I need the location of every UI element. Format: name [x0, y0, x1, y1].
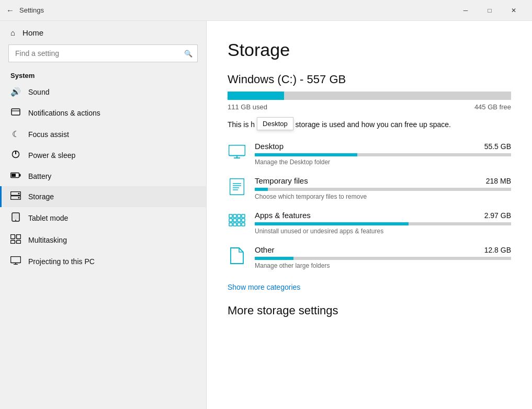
sidebar-item-storage[interactable]: Storage — [0, 186, 206, 207]
sidebar-item-label: Battery — [28, 172, 51, 180]
temp-files-bar-fill — [255, 188, 268, 191]
notifications-icon — [10, 107, 21, 119]
apps-features-bar-fill — [255, 222, 409, 225]
svg-rect-36 — [242, 219, 245, 222]
sidebar-home-label: Home — [22, 28, 43, 37]
desktop-name: Desktop — [255, 142, 284, 151]
sidebar-item-label: Tablet mode — [28, 214, 68, 222]
storage-item-other[interactable]: Other 12.8 GB Manage other large folders — [228, 245, 511, 269]
sidebar-item-sound[interactable]: 🔊 Sound — [0, 82, 206, 102]
projecting-icon — [10, 256, 21, 267]
apps-features-desc: Uninstall unused or undesired apps & fea… — [255, 228, 511, 235]
sidebar-item-focus-assist[interactable]: ☾ Focus assist — [0, 124, 206, 144]
sidebar-item-label: Sound — [28, 88, 49, 96]
sidebar-item-projecting[interactable]: Projecting to this PC — [0, 251, 206, 272]
storage-item-apps-features[interactable]: Apps & features 2.97 GB Uninstall unused… — [228, 211, 511, 235]
content-area: Storage Windows (C:) - 557 GB 111 GB use… — [207, 21, 532, 409]
other-icon — [228, 246, 246, 265]
desktop-bar — [255, 153, 511, 156]
sidebar-item-label: Storage — [28, 192, 54, 201]
svg-rect-15 — [17, 235, 21, 239]
svg-rect-12 — [13, 214, 18, 219]
sidebar-item-home[interactable]: ⌂ Home — [0, 21, 206, 44]
svg-rect-5 — [19, 174, 21, 177]
svg-rect-0 — [12, 109, 20, 115]
storage-bar-used — [228, 92, 284, 100]
svg-rect-39 — [237, 223, 241, 226]
other-size: 12.8 GB — [484, 246, 511, 254]
svg-rect-40 — [242, 223, 245, 226]
sidebar-item-battery[interactable]: Battery — [0, 166, 206, 186]
temp-files-item-content: Temporary files 218 MB Choose which temp… — [255, 176, 511, 200]
storage-description: This is h Desktop storage is used and ho… — [228, 118, 511, 131]
apps-features-size: 2.97 GB — [484, 211, 511, 220]
other-item-content: Other 12.8 GB Manage other large folders — [255, 245, 511, 269]
desktop-item-content: Desktop 55.5 GB Manage the Desktop folde… — [255, 142, 511, 166]
temp-files-bar — [255, 188, 511, 191]
svg-rect-24 — [230, 179, 244, 195]
desktop-bar-fill — [255, 153, 357, 156]
svg-rect-6 — [12, 174, 16, 177]
search-icon: 🔍 — [184, 50, 193, 58]
apps-features-bar — [255, 222, 511, 225]
description-text-end: storage is used and how you can free up … — [296, 120, 451, 129]
svg-rect-34 — [233, 219, 236, 222]
svg-rect-18 — [11, 257, 21, 263]
sound-icon: 🔊 — [10, 87, 21, 97]
other-bar — [255, 257, 511, 260]
close-button[interactable]: ✕ — [502, 0, 526, 21]
svg-rect-32 — [242, 214, 245, 218]
power-icon — [10, 150, 21, 161]
free-label: 445 GB free — [474, 103, 511, 111]
desktop-size: 55.5 GB — [484, 142, 511, 151]
sidebar-search-container: 🔍 — [8, 44, 198, 62]
storage-item-desktop[interactable]: Desktop 55.5 GB Manage the Desktop folde… — [228, 142, 511, 166]
svg-point-9 — [18, 193, 20, 195]
sidebar-item-label: Focus assist — [28, 130, 69, 139]
sidebar-item-multitasking[interactable]: Multitasking — [0, 229, 206, 251]
sidebar-item-label: Multitasking — [28, 236, 67, 244]
svg-rect-29 — [229, 214, 232, 218]
title-bar-title: Settings — [19, 6, 44, 14]
back-icon[interactable]: ← — [6, 6, 14, 15]
temp-files-size: 218 MB — [486, 177, 511, 185]
minimize-button[interactable]: ─ — [454, 0, 478, 21]
sidebar-item-label: Notifications & actions — [28, 109, 100, 117]
svg-point-13 — [15, 220, 16, 221]
svg-point-10 — [18, 197, 20, 199]
apps-features-name: Apps & features — [255, 211, 311, 220]
svg-rect-14 — [11, 235, 15, 239]
maximize-button[interactable]: □ — [478, 0, 502, 21]
apps-features-header: Apps & features 2.97 GB — [255, 211, 511, 220]
sidebar-item-notifications[interactable]: Notifications & actions — [0, 102, 206, 124]
desktop-desc: Manage the Desktop folder — [255, 158, 511, 166]
storage-item-temp-files[interactable]: Temporary files 218 MB Choose which temp… — [228, 176, 511, 200]
search-input[interactable] — [8, 44, 198, 62]
title-bar-controls: ─ □ ✕ — [454, 0, 526, 21]
temp-files-header: Temporary files 218 MB — [255, 176, 511, 185]
desktop-tooltip: Desktop — [257, 117, 293, 130]
svg-rect-38 — [233, 223, 236, 226]
svg-rect-21 — [229, 145, 245, 156]
tablet-mode-icon — [10, 212, 21, 224]
svg-rect-31 — [237, 214, 241, 218]
title-bar-left: ← Settings — [6, 6, 44, 15]
more-settings-title: More storage settings — [228, 304, 511, 317]
battery-icon — [10, 172, 21, 181]
svg-rect-33 — [229, 219, 232, 222]
desktop-header: Desktop 55.5 GB — [255, 142, 511, 151]
title-bar: ← Settings ─ □ ✕ — [0, 0, 532, 21]
focus-assist-icon: ☾ — [10, 129, 21, 139]
show-more-link[interactable]: Show more categories — [228, 283, 300, 291]
sidebar-item-tablet-mode[interactable]: Tablet mode — [0, 207, 206, 229]
sidebar-item-power-sleep[interactable]: Power & sleep — [0, 144, 206, 166]
desktop-icon — [228, 143, 246, 162]
home-icon: ⌂ — [10, 28, 15, 37]
temp-files-name: Temporary files — [255, 176, 308, 185]
temp-files-desc: Choose which temporary files to remove — [255, 193, 511, 200]
sidebar-item-label: Projecting to this PC — [28, 257, 95, 266]
svg-rect-30 — [233, 214, 236, 218]
other-name: Other — [255, 245, 275, 254]
page-title: Storage — [228, 40, 511, 60]
multitasking-icon — [10, 234, 21, 246]
